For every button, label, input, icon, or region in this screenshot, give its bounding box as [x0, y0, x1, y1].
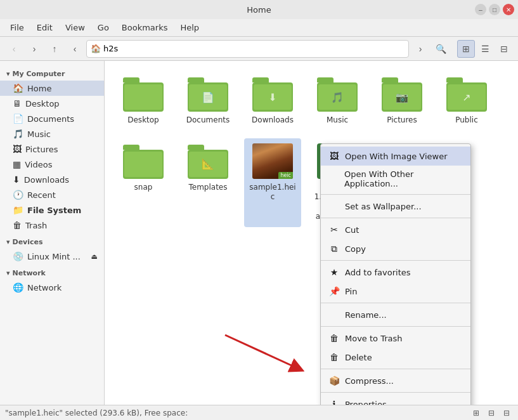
ctx-pin[interactable]: 📌 Pin — [321, 282, 470, 301]
sidebar-label-recent: Recent — [27, 190, 56, 200]
status-icons: ⊞ ⊟ ⊟ — [470, 407, 513, 419]
file-label: Templates — [188, 183, 227, 193]
sidebar-item-documents[interactable]: 📄 Documents — [0, 111, 104, 126]
list-view-button[interactable]: ☰ — [476, 40, 494, 58]
file-label: Pictures — [387, 115, 417, 126]
ctx-label: Rename... — [345, 310, 387, 320]
file-item-snap[interactable]: snap — [115, 138, 172, 227]
rename-icon — [328, 309, 340, 320]
up-button[interactable]: ↑ — [46, 40, 63, 58]
file-item-desktop[interactable]: Desktop — [115, 71, 172, 131]
forward-button[interactable]: › — [25, 40, 43, 58]
maximize-button[interactable]: □ — [489, 4, 500, 15]
ctx-open-image-viewer[interactable]: 🖼 Open With Image Viewer — [321, 147, 470, 166]
ctx-compress[interactable]: 📦 Compress... — [321, 371, 470, 390]
sidebar-item-music[interactable]: 🎵 Music — [0, 126, 104, 141]
ctx-open-other-app[interactable]: Open With Other Application... — [321, 166, 470, 192]
downloads-icon: ⬇ — [13, 174, 20, 185]
menu-view[interactable]: View — [60, 22, 90, 34]
properties-icon: ℹ — [328, 398, 340, 405]
videos-icon: ▦ — [13, 159, 21, 169]
favorites-icon: ★ — [328, 266, 340, 278]
ctx-properties[interactable]: ℹ Properties — [321, 395, 470, 405]
ctx-separator — [321, 218, 470, 218]
desktop-icon: 🖥 — [13, 98, 22, 108]
ctx-copy[interactable]: ⧉ Copy — [321, 239, 470, 258]
ctx-add-favorites[interactable]: ★ Add to favorites — [321, 263, 470, 282]
pictures-icon: 🖼 — [13, 144, 22, 154]
image-viewer-icon: 🖼 — [328, 150, 340, 162]
file-item-music[interactable]: 🎵 Music — [309, 71, 366, 131]
sidebar-label-linuxmint: Linux Mint ... — [27, 252, 81, 261]
status-icon-1[interactable]: ⊞ — [470, 407, 482, 419]
folder-symbol: 🎵 — [331, 91, 344, 103]
section-devices: ▾ Devices — [0, 233, 104, 249]
search-button[interactable]: 🔍 — [432, 40, 450, 58]
sidebar-item-videos[interactable]: ▦ Videos — [0, 157, 104, 172]
title-bar: Home – □ ✕ — [0, 0, 518, 19]
grid-view-button[interactable]: ⊞ — [457, 40, 475, 58]
status-bar: "sample1.heic" selected (293.6 kB), Free… — [0, 405, 518, 420]
next-location-button[interactable]: › — [411, 40, 429, 58]
cut-icon: ✂ — [328, 224, 340, 235]
file-item-templates[interactable]: 📐 Templates — [179, 138, 236, 227]
sidebar-label-network: Network — [27, 283, 62, 292]
copy-icon: ⧉ — [328, 243, 340, 254]
close-button[interactable]: ✕ — [503, 4, 514, 15]
ctx-move-to-trash[interactable]: 🗑 Move to Trash — [321, 329, 470, 348]
file-item-pictures[interactable]: 📷 Pictures — [373, 71, 431, 131]
ctx-label: Open With Other Application... — [344, 169, 463, 188]
file-item-sample1heic[interactable]: heic sample1.heic — [244, 138, 301, 227]
ctx-label: Move to Trash — [345, 334, 403, 343]
move-trash-icon: 🗑 — [328, 332, 340, 344]
ctx-set-wallpaper[interactable]: Set as Wallpaper... — [321, 197, 470, 216]
menu-bookmarks[interactable]: Bookmarks — [117, 22, 173, 34]
ctx-cut[interactable]: ✂ Cut — [321, 220, 470, 239]
ctx-rename[interactable]: Rename... — [321, 305, 470, 324]
ctx-delete[interactable]: 🗑 Delete — [321, 348, 470, 367]
ctx-separator — [321, 369, 470, 369]
ctx-separator — [321, 303, 470, 303]
location-bar[interactable]: 🏠 h2s — [86, 40, 409, 58]
sidebar-item-trash[interactable]: 🗑 Trash — [0, 218, 104, 233]
ctx-separator — [321, 194, 470, 195]
sidebar-item-filesystem[interactable]: 📁 File System — [0, 202, 104, 218]
menu-file[interactable]: File — [5, 22, 29, 34]
file-area[interactable]: Desktop 📄 Documents ⬇ — [105, 61, 518, 405]
sidebar-item-recent[interactable]: 🕐 Recent — [0, 187, 104, 202]
ctx-separator — [321, 260, 470, 261]
menu-help[interactable]: Help — [175, 22, 204, 34]
ctx-label: Cut — [345, 225, 359, 235]
sidebar-item-pictures[interactable]: 🖼 Pictures — [0, 141, 104, 157]
file-item-documents[interactable]: 📄 Documents — [179, 71, 236, 131]
sidebar-label-downloads: Downloads — [24, 175, 69, 185]
status-icon-3[interactable]: ⊟ — [500, 407, 513, 419]
back-button[interactable]: ‹ — [5, 40, 23, 58]
file-item-downloads[interactable]: ⬇ Downloads — [244, 71, 301, 131]
menu-go[interactable]: Go — [93, 22, 114, 34]
context-menu: 🖼 Open With Image Viewer Open With Other… — [320, 143, 471, 405]
wallpaper-icon — [328, 200, 340, 212]
sidebar-item-home[interactable]: 🏠 Home — [0, 81, 104, 96]
sidebar-item-downloads[interactable]: ⬇ Downloads — [0, 172, 104, 187]
sidebar-item-network[interactable]: 🌐 Network — [0, 280, 104, 295]
menu-edit[interactable]: Edit — [32, 22, 58, 34]
section-mycomputer: ▾ My Computer — [0, 65, 104, 81]
status-icon-2[interactable]: ⊟ — [485, 407, 498, 419]
eject-icon[interactable]: ⏏ — [91, 253, 98, 261]
pin-icon: 📌 — [328, 285, 340, 297]
ctx-label: Add to favorites — [345, 268, 411, 277]
sidebar-item-linuxmint[interactable]: 💿 Linux Mint ... ⏏ — [0, 249, 104, 264]
sidebar-label-videos: Videos — [25, 160, 52, 169]
file-label: Documents — [186, 115, 230, 126]
file-label: Public — [455, 115, 478, 126]
folder-icon: ⬇ — [252, 76, 293, 112]
prev-location-button[interactable]: ‹ — [66, 40, 84, 58]
open-other-icon — [328, 173, 339, 185]
location-icon: 🏠 — [91, 44, 101, 53]
compact-view-button[interactable]: ⊟ — [495, 40, 513, 58]
minimize-button[interactable]: – — [475, 4, 486, 15]
ctx-label: Pin — [345, 287, 357, 296]
sidebar-item-desktop[interactable]: 🖥 Desktop — [0, 96, 104, 111]
file-item-public[interactable]: ↗ Public — [438, 71, 495, 131]
